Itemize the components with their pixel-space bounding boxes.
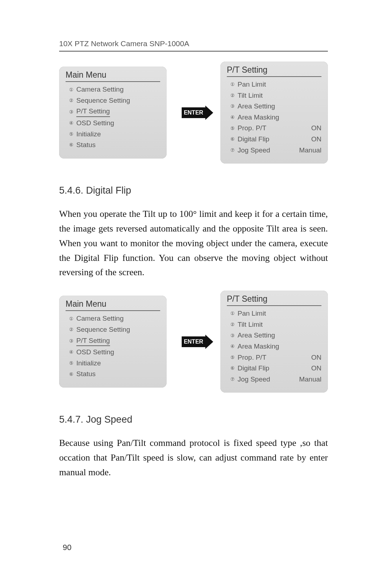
pt-menu-item: ⑥Digital FlipON <box>227 134 321 145</box>
circled-number-icon: ④ <box>230 114 235 121</box>
menu-item-label: Tilt Limit <box>238 91 263 101</box>
main-menu-panel: Main Menu ①Camera Setting ②Sequence Sett… <box>59 67 167 159</box>
pt-menu-item: ⑤Prop. P/TON <box>227 123 321 134</box>
section-heading-jog-speed: 5.4.7. Jog Speed <box>59 414 328 425</box>
menu-item-label: Digital Flip <box>238 135 269 144</box>
menu-item-label: Camera Setting <box>76 85 124 94</box>
pt-menu-item: ⑦Jog SpeedManual <box>227 374 321 385</box>
enter-label: ENTER <box>182 107 205 118</box>
circled-number-icon: ⑥ <box>69 142 74 148</box>
main-menu-item: ④OSD Setting <box>66 347 160 358</box>
menu-item-label: Area Masking <box>238 342 279 351</box>
circled-number-icon: ⑦ <box>230 376 235 383</box>
pt-menu-item: ④Area Masking <box>227 341 321 352</box>
pt-menu-item: ⑦Jog SpeedManual <box>227 145 321 156</box>
menu-item-label: Prop. P/T <box>238 123 266 133</box>
circled-number-icon: ② <box>69 97 74 104</box>
pt-menu-item: ③Area Setting <box>227 330 321 341</box>
circled-number-icon: ⑤ <box>230 125 235 132</box>
menu-item-label: Area Setting <box>238 102 275 111</box>
circled-number-icon: ⑥ <box>230 136 235 142</box>
circled-number-icon: ③ <box>230 103 235 110</box>
menu-item-value: ON <box>309 364 322 373</box>
main-menu-item: ②Sequence Setting <box>66 324 160 335</box>
main-menu-item: ②Sequence Setting <box>66 95 160 106</box>
section-body-jog-speed: Because using Pan/Tilt command protocol … <box>59 436 328 480</box>
page-number: 90 <box>63 543 71 552</box>
menu-item-label: Sequence Setting <box>76 96 130 106</box>
main-menu-item-selected: ③P/T Setting <box>66 106 160 118</box>
circled-number-icon: ① <box>69 316 74 322</box>
main-menu-item: ①Camera Setting <box>66 313 160 324</box>
section-heading-digital-flip: 5.4.6. Digital Flip <box>59 185 328 196</box>
menu-item-label: Area Setting <box>238 331 275 340</box>
circled-number-icon: ② <box>230 321 235 328</box>
circled-number-icon: ⑦ <box>230 147 235 154</box>
doc-header: 10X PTZ Network Camera SNP-1000A <box>59 39 328 52</box>
pt-setting-title: P/T Setting <box>227 64 321 77</box>
menu-item-label: Pan Limit <box>238 80 266 89</box>
menu-item-label: Tilt Limit <box>238 320 263 330</box>
enter-arrow: ENTER <box>176 336 211 347</box>
menu-diagram-2: Main Menu ①Camera Setting ②Sequence Sett… <box>59 291 328 393</box>
circled-number-icon: ② <box>69 326 74 333</box>
menu-item-label: Sequence Setting <box>76 325 130 335</box>
circled-number-icon: ⑥ <box>69 371 74 378</box>
main-menu-item: ⑥Status <box>66 140 160 151</box>
menu-item-value: ON <box>309 123 322 133</box>
pt-menu-item: ②Tilt Limit <box>227 90 321 101</box>
menu-item-label: Status <box>76 140 96 150</box>
menu-item-label: Prop. P/T <box>238 353 266 363</box>
main-menu-item-selected: ③P/T Setting <box>66 335 160 347</box>
circled-number-icon: ③ <box>69 338 74 344</box>
pt-menu-item: ⑥Digital FlipON <box>227 363 321 374</box>
circled-number-icon: ① <box>230 310 235 317</box>
menu-item-label: P/T Setting <box>76 336 110 346</box>
main-menu-title: Main Menu <box>66 298 160 311</box>
menu-item-label: Initialize <box>76 359 101 368</box>
circled-number-icon: ③ <box>69 109 74 115</box>
main-menu-item: ①Camera Setting <box>66 84 160 95</box>
pt-menu-item: ②Tilt Limit <box>227 319 321 330</box>
circled-number-icon: ④ <box>69 349 74 355</box>
pt-menu-item: ①Pan Limit <box>227 308 321 319</box>
menu-item-value: Manual <box>296 146 321 155</box>
menu-item-label: OSD Setting <box>76 118 114 128</box>
menu-item-value: ON <box>309 353 322 363</box>
circled-number-icon: ③ <box>230 332 235 339</box>
menu-item-value: Manual <box>296 375 321 384</box>
menu-item-value: ON <box>309 135 322 144</box>
page: 10X PTZ Network Camera SNP-1000A Main Me… <box>0 0 387 588</box>
menu-item-label: Digital Flip <box>238 364 269 373</box>
pt-menu-item: ④Area Masking <box>227 112 321 123</box>
pt-setting-title: P/T Setting <box>227 293 321 306</box>
pt-menu-item: ③Area Setting <box>227 101 321 112</box>
menu-item-label: Pan Limit <box>238 309 266 319</box>
menu-item-label: OSD Setting <box>76 348 114 357</box>
main-menu-item: ⑥Status <box>66 369 160 380</box>
section-body-digital-flip: When you operate the Tilt up to 100° lim… <box>59 207 328 280</box>
circled-number-icon: ⑤ <box>69 360 74 366</box>
menu-diagram-1: Main Menu ①Camera Setting ②Sequence Sett… <box>59 62 328 164</box>
menu-item-label: Camera Setting <box>76 314 124 324</box>
circled-number-icon: ⑥ <box>230 365 235 371</box>
pt-setting-panel: P/T Setting ①Pan Limit ②Tilt Limit ③Area… <box>220 291 328 393</box>
pt-setting-panel: P/T Setting ①Pan Limit ②Tilt Limit ③Area… <box>220 62 328 164</box>
menu-item-label: P/T Setting <box>76 107 110 117</box>
enter-arrow: ENTER <box>176 107 211 118</box>
pt-menu-item: ⑤Prop. P/TON <box>227 352 321 363</box>
menu-item-label: Jog Speed <box>238 146 270 155</box>
main-menu-title: Main Menu <box>66 69 160 82</box>
circled-number-icon: ④ <box>69 120 74 126</box>
menu-item-label: Jog Speed <box>238 375 270 384</box>
circled-number-icon: ⑤ <box>230 354 235 361</box>
main-menu-item: ⑤Initialize <box>66 129 160 140</box>
circled-number-icon: ① <box>69 87 74 93</box>
enter-label: ENTER <box>182 336 205 347</box>
circled-number-icon: ② <box>230 92 235 99</box>
menu-item-label: Initialize <box>76 130 101 139</box>
pt-menu-item: ①Pan Limit <box>227 79 321 90</box>
menu-item-label: Status <box>76 369 96 379</box>
circled-number-icon: ① <box>230 81 235 88</box>
circled-number-icon: ⑤ <box>69 131 74 137</box>
